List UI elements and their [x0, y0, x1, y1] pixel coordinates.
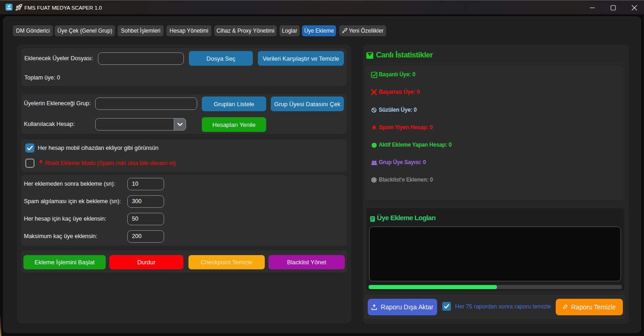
- svg-text:FMS: FMS: [7, 8, 11, 10]
